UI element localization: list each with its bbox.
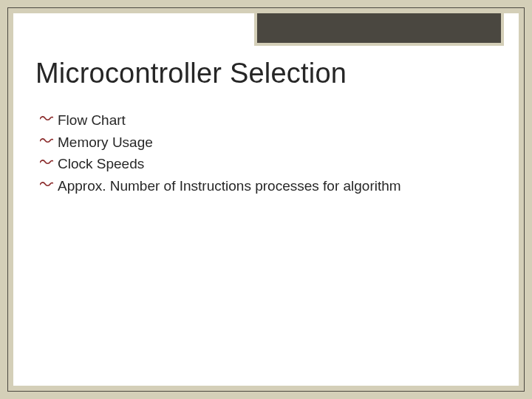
bullet-list: Flow Chart Memory Usage Clock Speeds: [35, 110, 497, 196]
slide-content: Microcontroller Selection Flow Chart Mem…: [35, 58, 497, 197]
list-item: Flow Chart: [40, 110, 497, 131]
bullet-text: Memory Usage: [58, 132, 497, 153]
list-item: Approx. Number of Instructions processes…: [40, 176, 497, 197]
header-accent-box: [257, 13, 501, 43]
slide: Microcontroller Selection Flow Chart Mem…: [0, 0, 532, 399]
bullet-text: Flow Chart: [58, 110, 497, 131]
bullet-text: Clock Speeds: [58, 154, 497, 174]
flourish-icon: [40, 110, 53, 123]
list-item: Memory Usage: [40, 132, 497, 153]
bullet-text: Approx. Number of Instructions processes…: [58, 176, 497, 197]
list-item: Clock Speeds: [40, 154, 497, 174]
slide-title: Microcontroller Selection: [35, 58, 497, 89]
slide-panel: Microcontroller Selection Flow Chart Mem…: [13, 13, 519, 386]
flourish-icon: [40, 154, 53, 166]
flourish-icon: [40, 176, 53, 188]
flourish-icon: [40, 132, 53, 145]
